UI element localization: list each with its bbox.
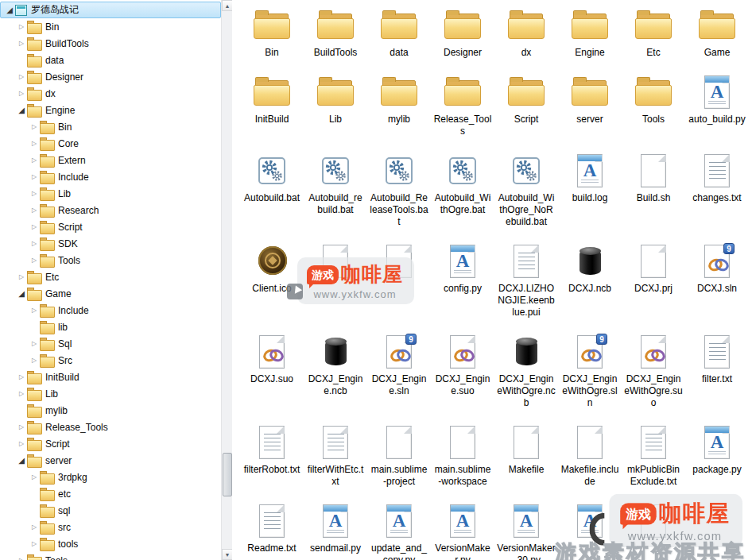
file-item[interactable]: Build.sh bbox=[622, 147, 685, 238]
file-item[interactable]: DCXJ_EngineWithOgre.suo bbox=[622, 328, 685, 419]
tree-item[interactable]: ▷ Release_Tools bbox=[0, 419, 221, 435]
tree-item[interactable]: ▷ InitBuild bbox=[0, 369, 221, 385]
tree-item[interactable]: ▷ tools bbox=[0, 535, 221, 552]
file-item[interactable]: Readme.txt bbox=[240, 497, 304, 560]
file-item[interactable]: A build.log bbox=[558, 147, 622, 238]
tree-item[interactable]: ▷ Script bbox=[0, 435, 221, 452]
file-item[interactable]: DCXJ.suo bbox=[240, 328, 304, 419]
file-item[interactable]: DCXJ_EngineWithOgre.ncb bbox=[494, 328, 558, 419]
expand-arrow-icon[interactable]: ▷ bbox=[16, 552, 27, 560]
tree-item[interactable]: mylib bbox=[0, 402, 221, 419]
expand-arrow-icon[interactable]: ▷ bbox=[29, 218, 40, 235]
expand-arrow-icon[interactable]: ▷ bbox=[29, 168, 40, 185]
scrollbar-thumb[interactable] bbox=[223, 453, 232, 496]
file-item[interactable]: InitBuild bbox=[240, 68, 304, 147]
file-item[interactable]: mylib bbox=[367, 68, 431, 147]
file-item[interactable]: dx bbox=[494, 2, 558, 68]
tree-item[interactable]: etc bbox=[0, 485, 221, 502]
file-item[interactable]: A VersionMaker_30.py bbox=[494, 497, 558, 560]
file-item[interactable]: DCXJ.prj bbox=[622, 238, 685, 328]
tree-item[interactable]: ▷ BuildTools bbox=[0, 35, 221, 52]
tree-item[interactable]: ▷ Etc bbox=[0, 268, 221, 285]
expand-arrow-icon[interactable]: ▷ bbox=[16, 419, 27, 435]
file-item[interactable]: Tools bbox=[622, 68, 685, 147]
file-item[interactable]: 9 DCXJ_EngineWithOgre.sln bbox=[558, 328, 622, 419]
file-item[interactable]: Script bbox=[494, 68, 558, 147]
file-item[interactable]: Autobuild_ReleaseTools.bat bbox=[367, 147, 431, 238]
tree-item[interactable]: ▷ Designer bbox=[0, 68, 221, 85]
tree-item[interactable]: ▷ Bin bbox=[0, 118, 221, 135]
tree-item[interactable]: ▷ Lib bbox=[0, 385, 221, 402]
file-item[interactable]: Autobuild_WithOgre_NoRebuild.bat bbox=[494, 147, 558, 238]
file-item[interactable]: 9 DCXJ_Engine.sln bbox=[367, 328, 431, 419]
tree-item[interactable]: ▷ Include bbox=[0, 168, 221, 185]
expand-arrow-icon[interactable]: ▷ bbox=[29, 519, 40, 535]
expand-arrow-icon[interactable]: ▷ bbox=[16, 68, 27, 85]
file-item[interactable]: DCXJ_Engine.ncb bbox=[304, 328, 367, 419]
sidebar-scrollbar[interactable]: ▲ ▼ bbox=[221, 0, 232, 560]
collapse-arrow-icon[interactable]: ◢ bbox=[4, 2, 15, 18]
tree-item[interactable]: ▷ Tools bbox=[0, 252, 221, 268]
file-item[interactable]: DCXJ.LIZHONGJIE.keenblue.pui bbox=[494, 238, 558, 328]
expand-arrow-icon[interactable]: ▷ bbox=[29, 535, 40, 552]
file-item[interactable]: filterWithEtc.txt bbox=[304, 419, 367, 497]
expand-arrow-icon[interactable]: ▷ bbox=[29, 235, 40, 252]
file-item[interactable]: 9 DCXJ.sln bbox=[685, 238, 749, 328]
file-item[interactable]: A config.py bbox=[431, 238, 494, 328]
file-item[interactable]: A update_and_copy.py bbox=[367, 497, 431, 560]
file-item[interactable]: A VersionMaker.py bbox=[431, 497, 494, 560]
expand-arrow-icon[interactable]: ▷ bbox=[16, 18, 27, 35]
file-item[interactable]: Lib bbox=[304, 68, 367, 147]
file-item[interactable]: Makefile bbox=[494, 419, 558, 497]
file-item[interactable]: mkPublicBinExclude.txt bbox=[622, 419, 685, 497]
file-item[interactable]: Bin bbox=[240, 2, 304, 68]
expand-arrow-icon[interactable]: ▷ bbox=[16, 85, 27, 102]
tree-item[interactable]: ▷ Bin bbox=[0, 18, 221, 35]
file-item[interactable]: data bbox=[367, 2, 431, 68]
collapse-arrow-icon[interactable]: ◢ bbox=[16, 285, 27, 302]
collapse-arrow-icon[interactable]: ◢ bbox=[16, 102, 27, 118]
tree-item[interactable]: ▷ Tools bbox=[0, 552, 221, 560]
expand-arrow-icon[interactable]: ▷ bbox=[29, 118, 40, 135]
expand-arrow-icon[interactable]: ▷ bbox=[29, 335, 40, 352]
file-item[interactable]: filter.txt bbox=[685, 328, 749, 419]
file-item[interactable]: Autobuild_WithOgre.bat bbox=[431, 147, 494, 238]
file-item[interactable]: A auto_build.py bbox=[685, 68, 749, 147]
file-item[interactable]: DCXJ_Engine.suo bbox=[431, 328, 494, 419]
tree-item[interactable]: ▷ Core bbox=[0, 135, 221, 152]
file-item[interactable]: main.sublime-workspace bbox=[431, 419, 494, 497]
file-item[interactable]: Client.ico bbox=[240, 238, 304, 328]
expand-arrow-icon[interactable]: ▷ bbox=[29, 252, 40, 268]
tree-item[interactable]: ▷ Sql bbox=[0, 335, 221, 352]
file-item[interactable]: Etc bbox=[622, 2, 685, 68]
expand-arrow-icon[interactable]: ▷ bbox=[16, 268, 27, 285]
tree-item[interactable]: sql bbox=[0, 502, 221, 519]
tree-item[interactable]: ▷ dx bbox=[0, 85, 221, 102]
file-item[interactable]: main.sublime-project bbox=[367, 419, 431, 497]
file-item[interactable]: BuildTools bbox=[304, 2, 367, 68]
file-item[interactable]: A package.py bbox=[685, 419, 749, 497]
expand-arrow-icon[interactable]: ▷ bbox=[29, 469, 40, 485]
file-item[interactable]: Makefile.include bbox=[558, 419, 622, 497]
file-item[interactable]: filterRobot.txt bbox=[240, 419, 304, 497]
tree-item[interactable]: ◢ Engine bbox=[0, 102, 221, 118]
expand-arrow-icon[interactable]: ▷ bbox=[29, 302, 40, 319]
tree-item[interactable]: ◢ 罗德岛战记 bbox=[0, 2, 221, 18]
tree-item[interactable]: ▷ SDK bbox=[0, 235, 221, 252]
file-item[interactable]: server bbox=[558, 68, 622, 147]
file-item[interactable]: changes.txt bbox=[685, 147, 749, 238]
tree-item[interactable]: ▷ Extern bbox=[0, 152, 221, 168]
tree-item[interactable]: ▷ Research bbox=[0, 202, 221, 218]
file-item[interactable]: Engine bbox=[558, 2, 622, 68]
expand-arrow-icon[interactable]: ▷ bbox=[16, 369, 27, 385]
expand-arrow-icon[interactable]: ▷ bbox=[29, 352, 40, 369]
tree-item[interactable]: ◢ server bbox=[0, 452, 221, 469]
tree-item[interactable]: ▷ Src bbox=[0, 352, 221, 369]
expand-arrow-icon[interactable]: ▷ bbox=[16, 35, 27, 52]
file-item[interactable]: Autobuild_rebuild.bat bbox=[304, 147, 367, 238]
tree-item[interactable]: lib bbox=[0, 319, 221, 335]
scroll-down-arrow-icon[interactable]: ▼ bbox=[222, 549, 233, 560]
tree-item[interactable]: ◢ Game bbox=[0, 285, 221, 302]
file-item[interactable]: DCXJ.ncb bbox=[558, 238, 622, 328]
expand-arrow-icon[interactable]: ▷ bbox=[29, 135, 40, 152]
